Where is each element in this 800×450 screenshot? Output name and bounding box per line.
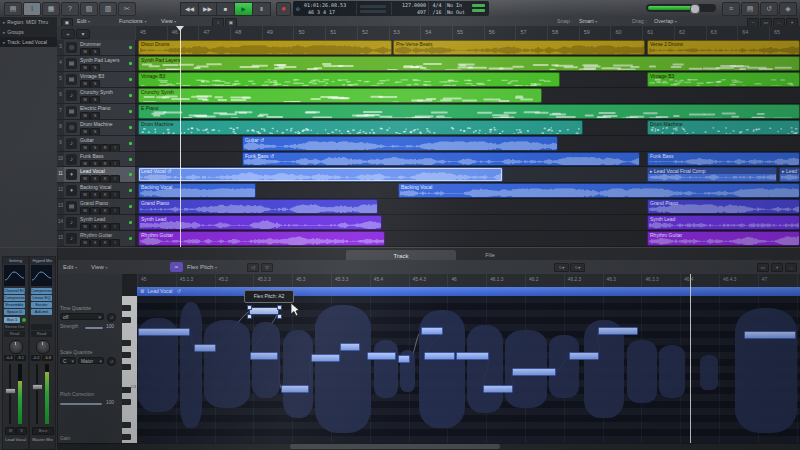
editor-zoom-icon[interactable]: ▭: [757, 263, 769, 272]
playhead-marker[interactable]: [176, 26, 184, 31]
snap-dropdown[interactable]: Smart ▾: [579, 17, 597, 26]
plugin-slot-compressor[interactable]: Compressor: [4, 295, 25, 301]
note-handle[interactable]: [247, 305, 252, 310]
track-m-button[interactable]: M: [80, 223, 90, 231]
piano-keyboard[interactable]: C3: [122, 296, 138, 443]
track-header-rhythm-guitar[interactable]: 15♪Rhythm GuitarMSRI: [57, 231, 135, 247]
track-s-button[interactable]: S: [90, 144, 100, 152]
track-header-backing-vocal[interactable]: 12♦Backing VocalMSRI: [57, 183, 135, 199]
plugin-slot-space-d[interactable]: Space D: [4, 309, 25, 315]
region-synth-lead[interactable]: Synth Lead: [647, 215, 800, 230]
track-header-drummer[interactable]: 3◎DrummerMS: [57, 40, 135, 56]
track-header-crunchy-synth[interactable]: 6♪Crunchy SynthMS: [57, 88, 135, 104]
flex-pitch-note[interactable]: [194, 344, 216, 352]
track-i-button[interactable]: I: [110, 239, 120, 247]
track-r-button[interactable]: R: [100, 160, 110, 167]
track-m-button[interactable]: M: [80, 207, 90, 215]
region-pre-verse-beats[interactable]: Pre-Verse Beats: [393, 40, 645, 55]
track-options-button[interactable]: ▾: [76, 29, 90, 39]
editor-ruler[interactable]: 4545.1.345.245.2.345.345.3.345.445.4.346…: [137, 274, 800, 288]
mixer-icon[interactable]: ▥: [99, 2, 117, 16]
note-handle[interactable]: [277, 314, 282, 319]
track-m-button[interactable]: M: [80, 160, 90, 167]
track-header-guitar[interactable]: 9♪GuitarMSRI: [57, 136, 135, 152]
play-button[interactable]: ▶: [234, 2, 253, 16]
quick-help-icon[interactable]: ?: [61, 2, 79, 16]
volume-fader[interactable]: [32, 384, 43, 390]
track-header-grand-piano[interactable]: 13▤Grand PianoMSRI: [57, 199, 135, 215]
region-disco-drums[interactable]: Disco Drums: [138, 40, 392, 55]
strip-setting-button[interactable]: Hyped Mix: [30, 257, 55, 264]
editors-icon[interactable]: ✂: [118, 2, 136, 16]
region-grand-piano[interactable]: Grand Piano: [138, 199, 378, 214]
strip-s-button[interactable]: S: [16, 427, 27, 435]
toolbar-icon[interactable]: ▦: [42, 2, 60, 16]
track-s-button[interactable]: S: [90, 223, 100, 231]
drag-dropdown[interactable]: Overlap ▾: [654, 17, 677, 26]
track-s-button[interactable]: S: [90, 48, 100, 56]
region-drum-machine[interactable]: Drum Machine: [138, 120, 583, 135]
add-track-button[interactable]: +: [61, 29, 75, 39]
track-s-button[interactable]: S: [90, 207, 100, 215]
pitch-correction-slider[interactable]: [60, 403, 102, 405]
region-guitar[interactable]: Guitar ↺: [242, 136, 558, 151]
flex-icon[interactable]: ≈: [170, 262, 183, 272]
editor-menu-view[interactable]: View ▾: [91, 260, 108, 275]
region-backing-vocal[interactable]: Backing Vocal: [398, 183, 800, 198]
track-r-button[interactable]: R: [100, 144, 110, 152]
flex-pitch-note[interactable]: [367, 352, 396, 360]
track-m-button[interactable]: M: [80, 96, 90, 104]
track-m-button[interactable]: M: [80, 191, 90, 199]
master-volume-slider[interactable]: [646, 4, 716, 12]
media-browser-icon[interactable]: ◈: [779, 2, 797, 16]
track-s-button[interactable]: S: [90, 64, 100, 72]
track-s-button[interactable]: S: [90, 175, 100, 183]
flex-pitch-note[interactable]: [421, 327, 443, 335]
region-funk-bass[interactable]: Funk Bass: [647, 152, 800, 166]
arrange-menu-functions[interactable]: Functions ▾: [119, 17, 146, 26]
region-synth-pad-layers[interactable]: Synth Pad Layers: [138, 56, 800, 71]
send-slot[interactable]: Bus 1: [4, 317, 20, 323]
volume-fader[interactable]: [5, 388, 16, 394]
editor-region-header[interactable]: ≣ Lead Vocal ↺: [137, 287, 800, 296]
editor-zoom-icon[interactable]: ↔: [785, 263, 797, 272]
track-r-button[interactable]: R: [100, 207, 110, 215]
region-vintage-b3[interactable]: Vintage B3: [138, 72, 560, 87]
track-m-button[interactable]: M: [80, 128, 90, 136]
pan-knob[interactable]: [9, 340, 23, 354]
black-key[interactable]: [122, 317, 131, 323]
playhead[interactable]: [180, 26, 181, 247]
note-pads-icon[interactable]: ▤: [741, 2, 759, 16]
scale-mode-dropdown[interactable]: Major▾: [78, 357, 104, 364]
track-i-button[interactable]: I: [110, 223, 120, 231]
track-header-vintage-b3[interactable]: 5▤Vintage B3MS: [57, 72, 135, 88]
plugin-slot-linear-eq[interactable]: Linear EQ: [31, 295, 52, 301]
flex-pitch-note[interactable]: [569, 352, 599, 360]
output-slot[interactable]: Stereo Out: [4, 324, 25, 330]
black-key[interactable]: [122, 352, 131, 358]
flex-pitch-note[interactable]: [483, 385, 513, 393]
flex-pitch-note[interactable]: [138, 328, 190, 336]
output-slot[interactable]: [31, 324, 52, 330]
flex-pitch-note[interactable]: [598, 327, 638, 335]
track-header-synth-pad-layers[interactable]: 4▤Synth Pad LayersMS: [57, 56, 135, 72]
strength-slider[interactable]: [85, 327, 103, 329]
track-m-button[interactable]: M: [80, 239, 90, 247]
region-lead-v[interactable]: ▸ Lead V: [779, 167, 800, 182]
flex-pitch-note[interactable]: [744, 331, 796, 339]
track-s-button[interactable]: S: [90, 96, 100, 104]
track-header-lead-vocal[interactable]: 11♦Lead VocalMSRI: [57, 167, 135, 183]
strip-setting-button[interactable]: Setting: [3, 257, 28, 264]
strip-m-button[interactable]: M: [5, 427, 16, 435]
flex-pitch-editor[interactable]: [137, 296, 800, 443]
flex-pitch-note[interactable]: [340, 343, 360, 351]
note-handle[interactable]: [247, 314, 252, 319]
arrange-menu-edit[interactable]: Edit ▾: [77, 17, 90, 26]
track-r-button[interactable]: R: [100, 191, 110, 199]
editor-tool-icon[interactable]: ▽: [261, 263, 273, 272]
automation-slot[interactable]: Read: [4, 331, 25, 337]
forward-button[interactable]: ▶▶: [198, 2, 217, 16]
record-button[interactable]: ●: [276, 2, 291, 16]
plugin-slot-adlimit[interactable]: AdLimit: [31, 309, 52, 315]
track-header-drum-machine[interactable]: 8◎Drum MachineMS: [57, 120, 135, 136]
